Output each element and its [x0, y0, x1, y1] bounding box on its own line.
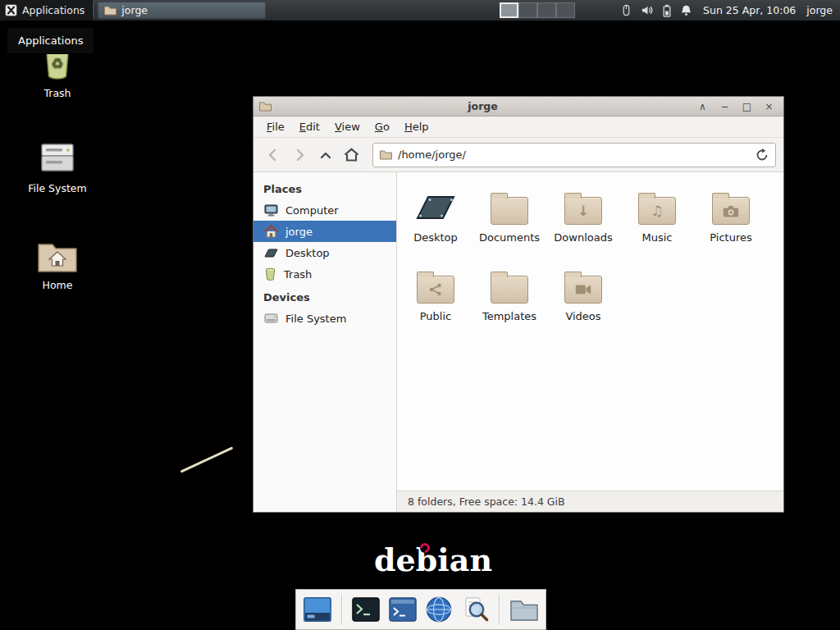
desktop-icon-home[interactable]: Home: [18, 240, 97, 291]
sidebar-item-label: File System: [285, 313, 346, 325]
drive-icon: [38, 141, 77, 176]
desktop-icon: [264, 247, 278, 258]
sidebar-item-label: Computer: [285, 204, 339, 217]
folder-label: Public: [420, 310, 451, 322]
dock-item-terminal[interactable]: [351, 594, 381, 625]
home-button[interactable]: [340, 143, 363, 167]
dock-item-web-browser[interactable]: [424, 594, 454, 625]
folder-item-documents[interactable]: Documents: [472, 184, 546, 262]
reload-button[interactable]: [756, 148, 769, 162]
folder-icon: [712, 197, 750, 225]
sidebar-item-jorge[interactable]: jorge: [253, 221, 396, 242]
battery-icon[interactable]: [662, 4, 672, 17]
up-button[interactable]: [313, 143, 337, 167]
folder-icon: [510, 598, 538, 621]
svg-text:♻: ♻: [51, 55, 63, 71]
close-button[interactable]: ×: [760, 99, 778, 114]
menu-go[interactable]: Go: [368, 117, 397, 136]
dock-item-file-manager[interactable]: [509, 594, 539, 625]
folder-icon: [491, 276, 528, 304]
back-button[interactable]: [261, 143, 285, 167]
workspace-4[interactable]: [556, 2, 575, 18]
applications-label: Applications: [22, 4, 84, 16]
magnifier-icon: [462, 596, 490, 623]
applications-menu-button[interactable]: Applications: [0, 0, 93, 21]
shade-button[interactable]: ∧: [694, 99, 711, 114]
sidebar-header-places: Places: [253, 176, 396, 199]
status-bar: 8 folders, Free space: 14.4 GiB: [397, 491, 783, 512]
status-text: 8 folders, Free space: 14.4 GiB: [408, 495, 565, 508]
folder-icon: [491, 197, 528, 225]
reload-icon: [756, 148, 769, 162]
sidebar: Places Computer jorge Desktop Trash Devi…: [253, 172, 397, 512]
menu-view[interactable]: View: [327, 117, 368, 136]
sidebar-item-computer[interactable]: Computer: [253, 199, 396, 221]
workspace-3[interactable]: [537, 2, 556, 18]
top-panel: Applications jorge Sun 25 Apr, 10:06 jor…: [0, 0, 840, 21]
home-icon: [344, 148, 359, 162]
folder-label: Downloads: [554, 231, 612, 244]
folder-label: Videos: [565, 310, 600, 322]
desktop-settings-icon: [304, 597, 331, 622]
folder-item-music[interactable]: ♫ Music: [620, 184, 694, 262]
folder-item-templates[interactable]: Templates: [472, 262, 546, 341]
taskbar-window-label: jorge: [121, 4, 148, 16]
sidebar-item-desktop[interactable]: Desktop: [253, 242, 396, 263]
folder-icon: [417, 276, 454, 304]
dock-item-terminal-blue[interactable]: [387, 594, 418, 625]
workspace-1[interactable]: [500, 2, 518, 18]
workspace-2[interactable]: [518, 2, 537, 18]
dock-separator: [341, 594, 343, 625]
menu-help[interactable]: Help: [397, 117, 436, 136]
folder-item-downloads[interactable]: ↓ Downloads: [546, 184, 620, 262]
folder-item-public[interactable]: Public: [399, 262, 472, 341]
forward-icon: [292, 148, 307, 162]
notifications-bell-icon[interactable]: [680, 4, 692, 16]
folder-item-videos[interactable]: Videos: [546, 262, 620, 341]
mouse-icon[interactable]: [620, 4, 632, 16]
sidebar-item-label: jorge: [285, 226, 313, 238]
desktop-icon: [414, 189, 457, 225]
forward-button[interactable]: [287, 143, 311, 167]
dock-separator: [499, 594, 500, 625]
folder-item-desktop[interactable]: Desktop: [399, 184, 472, 262]
window-title: jorge: [276, 100, 689, 112]
folder-label: Music: [642, 231, 673, 244]
file-manager-window: jorge ∧ − □ × File Edit View Go Help /ho…: [253, 96, 784, 513]
sidebar-header-devices: Devices: [253, 285, 396, 308]
up-icon: [318, 148, 333, 162]
music-emblem-icon: ♫: [651, 204, 663, 218]
taskbar-window-button[interactable]: jorge: [98, 2, 266, 19]
workspace-pager[interactable]: [500, 2, 575, 18]
folder-icon: [564, 276, 602, 304]
menu-bar: File Edit View Go Help: [253, 116, 783, 138]
panel-right: Sun 25 Apr, 10:06 jorge: [620, 4, 840, 17]
folder-label: Pictures: [710, 231, 751, 244]
desktop-icon-label: File System: [28, 182, 87, 194]
folder-item-pictures[interactable]: Pictures: [694, 184, 768, 262]
sidebar-item-trash[interactable]: Trash: [253, 263, 396, 285]
terminal-blue-icon: [389, 597, 417, 622]
sidebar-item-file-system[interactable]: File System: [253, 308, 396, 329]
menu-edit[interactable]: Edit: [292, 117, 327, 136]
trash-icon: [264, 267, 276, 281]
icon-grid: Desktop Documents ↓ Downloads ♫ Music: [397, 172, 783, 491]
path-bar[interactable]: /home/jorge/: [372, 143, 776, 167]
folder-icon: [104, 5, 116, 16]
home-folder-icon: [38, 240, 77, 272]
toolbar: /home/jorge/: [253, 138, 783, 172]
back-icon: [266, 148, 281, 162]
dock-item-desktop[interactable]: [303, 594, 333, 625]
menu-file[interactable]: File: [259, 117, 292, 136]
dock-item-search[interactable]: [461, 594, 491, 625]
window-titlebar[interactable]: jorge ∧ − □ ×: [253, 97, 783, 116]
clock[interactable]: Sun 25 Apr, 10:06: [703, 4, 796, 16]
panel-username[interactable]: jorge: [806, 4, 833, 16]
minimize-button[interactable]: −: [716, 99, 733, 114]
maximize-button[interactable]: □: [738, 99, 756, 114]
video-emblem-icon: [575, 284, 591, 295]
volume-icon[interactable]: [641, 4, 654, 16]
desktop-icon-file-system[interactable]: File System: [18, 141, 97, 194]
share-emblem-icon: [428, 283, 443, 296]
dock: [295, 589, 546, 630]
